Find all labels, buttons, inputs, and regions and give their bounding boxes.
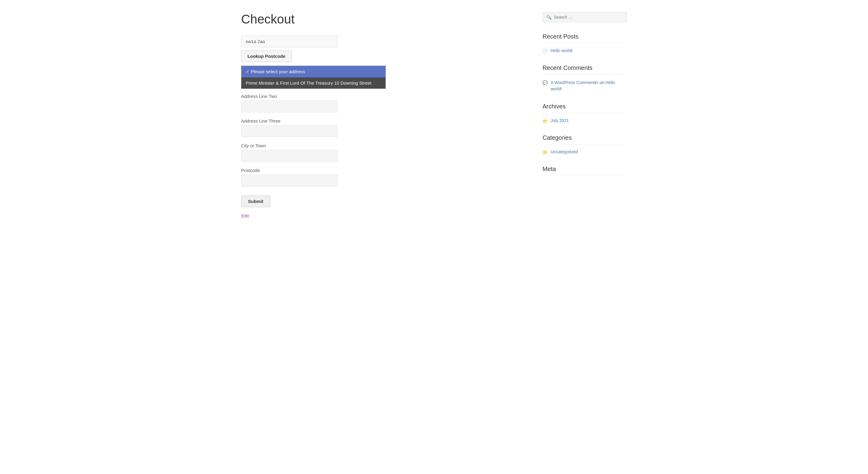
postcode-field-label: Postcode [241,168,518,173]
address-dropdown[interactable]: ✓ Please select your address Prime Minis… [241,66,386,89]
comment-on-text: on [599,80,605,85]
submit-button[interactable]: Submit [241,196,270,207]
postcode-field-group: Postcode [241,168,518,187]
archive-item: 📁 July 2021 [542,118,627,124]
recent-comments-section: Recent Comments 💬 A WordPress Commenter … [542,64,627,92]
categories-section: Categories 📁 Uncategorized [542,134,627,155]
commenter-link[interactable]: A WordPress Commenter [551,80,598,85]
archives-section: Archives 📁 July 2021 [542,103,627,124]
postcode-input[interactable] [241,36,338,47]
dropdown-option-downing-street[interactable]: Prime Minister & First Lord Of The Treas… [241,77,385,89]
address-line-two-input[interactable] [241,101,338,112]
sidebar: 🔍 Recent Posts 📄 Hello world! Recent Com… [542,12,627,218]
address-line-three-input[interactable] [241,125,338,137]
postcode-field-input[interactable] [241,175,338,187]
address-line-two-label: Address Line Two [241,94,518,99]
main-content: Checkout Lookup Postcode ✓ Please select… [241,12,518,218]
city-or-town-group: City or Town [241,143,518,162]
categories-heading: Categories [542,134,627,144]
address-line-three-label: Address Line Three [241,118,518,124]
edit-link[interactable]: Edit [241,213,518,218]
meta-heading: Meta [542,166,627,176]
lookup-postcode-button[interactable]: Lookup Postcode [241,50,292,62]
search-box[interactable]: 🔍 [542,12,627,22]
document-icon: 📄 [542,49,548,54]
folder-icon: 📁 [542,150,548,155]
city-or-town-input[interactable] [241,150,338,162]
archives-heading: Archives [542,103,627,113]
search-input[interactable] [554,15,623,20]
dropdown-option-please-select[interactable]: ✓ Please select your address [241,66,385,77]
category-link[interactable]: Uncategorized [551,149,578,154]
folder-icon: 📁 [542,118,548,124]
address-line-two-group: Address Line Two [241,94,518,112]
city-or-town-label: City or Town [241,143,518,148]
recent-posts-heading: Recent Posts [542,33,627,43]
page-title: Checkout [241,12,518,27]
category-item: 📁 Uncategorized [542,149,627,155]
recent-post-link[interactable]: Hello world! [551,48,572,53]
recent-posts-section: Recent Posts 📄 Hello world! [542,33,627,54]
archive-link[interactable]: July 2021 [551,118,569,123]
comment-text: A WordPress Commenter on Hello world! [551,79,627,92]
meta-section: Meta [542,166,627,176]
recent-comments-heading: Recent Comments [542,64,627,75]
comment-icon: 💬 [542,80,548,85]
comment-item: 💬 A WordPress Commenter on Hello world! [542,79,627,92]
recent-post-item: 📄 Hello world! [542,48,627,54]
search-icon: 🔍 [547,15,552,20]
address-line-three-group: Address Line Three [241,118,518,137]
